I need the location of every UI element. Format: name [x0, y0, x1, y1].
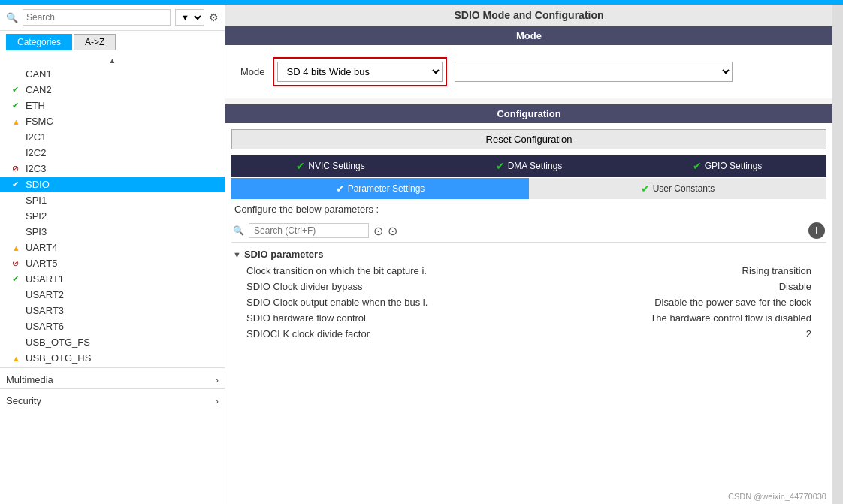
- nvic-label: NVIC Settings: [308, 161, 364, 171]
- param-value-1: Disable: [779, 281, 811, 292]
- sidebar-item-i2c3[interactable]: ⊘ I2C3: [0, 161, 225, 177]
- search-dropdown[interactable]: ▼: [175, 9, 204, 26]
- sidebar-item-usart3[interactable]: USART3: [0, 303, 225, 318]
- dma-label: DMA Settings: [508, 161, 563, 171]
- sidebar-item-fsmc[interactable]: ▲ FSMC: [0, 113, 225, 129]
- expand-icon[interactable]: ⊙: [388, 224, 397, 238]
- sidebar-item-spi3[interactable]: SPI3: [0, 224, 225, 240]
- sidebar-tabs: Categories A->Z: [0, 31, 225, 53]
- sidebar-divider: [0, 367, 225, 368]
- tab-nvic-settings[interactable]: ✔ NVIC Settings: [231, 155, 430, 177]
- sidebar-item-label-eth: ETH: [26, 100, 45, 111]
- sidebar-item-usart6[interactable]: USART6: [0, 318, 225, 334]
- gear-icon[interactable]: ⚙: [209, 11, 219, 23]
- sidebar-item-i2c2[interactable]: I2C2: [0, 145, 225, 161]
- user-check-icon: ✔: [641, 183, 650, 195]
- sidebar-item-can2[interactable]: ✔ CAN2: [0, 82, 225, 98]
- sidebar-item-label-spi3: SPI3: [26, 226, 47, 237]
- param-name-4: SDIOCLK clock divide factor: [246, 328, 806, 340]
- param-row-4[interactable]: SDIOCLK clock divide factor 2: [231, 326, 826, 342]
- status-icon-uart4: ▲: [12, 243, 23, 252]
- tab-atoz[interactable]: A->Z: [74, 34, 116, 50]
- sdio-params-label: SDIO parameters: [244, 249, 324, 260]
- params-tree: ▼ SDIO parameters Clock transition on wh…: [231, 246, 826, 483]
- scroll-up-arrow[interactable]: ▲: [0, 55, 225, 66]
- status-icon-i2c3: ⊘: [12, 164, 23, 174]
- configure-label: Configure the below parameters :: [231, 199, 826, 219]
- sidebar-item-label-sdio: SDIO: [26, 179, 50, 190]
- param-value-3: The hardware control flow is disabled: [650, 312, 811, 324]
- sidebar-item-uart5[interactable]: ⊘ UART5: [0, 255, 225, 271]
- sidebar-section-security[interactable]: Security ›: [0, 391, 225, 408]
- mode-body: Mode SD 4 bits Wide bus SD 1 bit MMC 4 b…: [225, 45, 832, 98]
- sidebar-item-label-usart1: USART1: [26, 273, 64, 285]
- sidebar-item-label-uart4: UART4: [26, 242, 57, 253]
- sidebar-item-usb-otg-fs[interactable]: USB_OTG_FS: [0, 334, 225, 350]
- param-search-icon: 🔍: [233, 225, 244, 236]
- param-row-2[interactable]: SDIO Clock output enable when the bus i.…: [231, 294, 826, 310]
- sidebar-item-label-can2: CAN2: [26, 84, 52, 95]
- param-value-0: Rising transition: [742, 265, 812, 276]
- config-section: Configuration Reset Configuration ✔ NVIC…: [225, 104, 832, 489]
- sidebar-item-label-uart5: UART5: [26, 258, 57, 269]
- sidebar-item-label-i2c2: I2C2: [26, 147, 46, 158]
- sidebar-item-label-usb-otg-hs: USB_OTG_HS: [26, 352, 91, 364]
- param-row-1[interactable]: SDIO Clock divider bypass Disable: [231, 279, 826, 294]
- param-search-input[interactable]: [249, 223, 369, 238]
- collapse-icon[interactable]: ⊙: [373, 224, 383, 238]
- search-input[interactable]: [23, 9, 171, 26]
- status-icon-usb-otg-hs: ▲: [12, 354, 23, 363]
- sidebar-item-eth[interactable]: ✔ ETH: [0, 98, 225, 113]
- param-name-0: Clock transition on which the bit captur…: [246, 265, 742, 276]
- sidebar-item-spi1[interactable]: SPI1: [0, 192, 225, 208]
- sdio-params-group[interactable]: ▼ SDIO parameters: [231, 246, 826, 263]
- status-icon-can2: ✔: [12, 85, 23, 95]
- mode-section-header: Mode: [225, 26, 832, 45]
- param-name-2: SDIO Clock output enable when the bus i.: [246, 297, 654, 308]
- mode-section: Mode Mode SD 4 bits Wide bus SD 1 bit MM…: [225, 26, 832, 98]
- status-icon-sdio: ✔: [12, 180, 23, 189]
- mode-select[interactable]: SD 4 bits Wide bus SD 1 bit MMC 4 bits M…: [277, 62, 443, 82]
- dma-check-icon: ✔: [496, 160, 505, 172]
- param-row-0[interactable]: Clock transition on which the bit captur…: [231, 263, 826, 279]
- param-search-row: 🔍 ⊙ ⊙ i: [231, 219, 826, 243]
- mode-select-full[interactable]: [455, 62, 733, 82]
- tab-gpio-settings[interactable]: ✔ GPIO Settings: [628, 155, 826, 177]
- tab-user-constants[interactable]: ✔ User Constants: [529, 178, 826, 199]
- sidebar-item-label-i2c1: I2C1: [26, 131, 46, 143]
- param-row-3[interactable]: SDIO hardware flow control The hardware …: [231, 310, 826, 326]
- sidebar-item-spi2[interactable]: SPI2: [0, 208, 225, 224]
- status-icon-usart1: ✔: [12, 274, 23, 284]
- sidebar-item-usb-otg-hs[interactable]: ▲ USB_OTG_HS: [0, 350, 225, 366]
- config-section-header: Configuration: [225, 104, 832, 123]
- mode-select-wrapper: SD 4 bits Wide bus SD 1 bit MMC 4 bits M…: [273, 57, 447, 86]
- reset-configuration-button[interactable]: Reset Configuration: [231, 129, 826, 149]
- sidebar-divider2: [0, 388, 225, 389]
- nvic-check-icon: ✔: [296, 160, 305, 172]
- user-label: User Constants: [653, 183, 715, 194]
- multimedia-arrow: ›: [216, 376, 219, 385]
- info-icon[interactable]: i: [808, 222, 825, 239]
- param-check-icon: ✔: [336, 183, 345, 195]
- status-icon-uart5: ⊘: [12, 258, 23, 268]
- sidebar-item-i2c1[interactable]: I2C1: [0, 129, 225, 145]
- gpio-check-icon: ✔: [693, 160, 702, 172]
- param-value-4: 2: [806, 328, 811, 340]
- param-label: Parameter Settings: [348, 183, 425, 194]
- sidebar-item-label-usart3: USART3: [26, 305, 64, 316]
- sidebar-item-usart1[interactable]: ✔ USART1: [0, 271, 225, 287]
- security-arrow: ›: [216, 397, 219, 406]
- sidebar-section-multimedia[interactable]: Multimedia ›: [0, 370, 225, 387]
- sidebar-item-label-can1: CAN1: [26, 68, 52, 80]
- sidebar: 🔍 ▼ ⚙ Categories A->Z ▲ CAN1 ✔ CAN2: [0, 5, 225, 504]
- tab-dma-settings[interactable]: ✔ DMA Settings: [430, 155, 628, 177]
- watermark: CSDN @weixin_44770030: [225, 489, 832, 504]
- scrollbar[interactable]: [832, 5, 843, 504]
- tab-parameter-settings[interactable]: ✔ Parameter Settings: [231, 178, 529, 199]
- sidebar-item-sdio[interactable]: ✔ SDIO: [0, 177, 225, 192]
- sidebar-item-can1[interactable]: CAN1: [0, 66, 225, 82]
- sidebar-item-usart2[interactable]: USART2: [0, 287, 225, 303]
- sidebar-item-uart4[interactable]: ▲ UART4: [0, 240, 225, 255]
- sidebar-item-label-i2c3: I2C3: [26, 163, 46, 174]
- tab-categories[interactable]: Categories: [6, 34, 72, 50]
